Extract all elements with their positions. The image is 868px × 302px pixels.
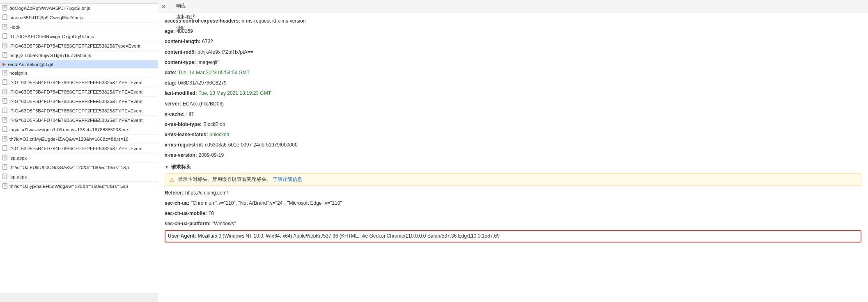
content-area: access-control-expose-headers:x-ms-reque… — [158, 13, 868, 302]
list-item[interactable]: nosignin — [0, 69, 158, 78]
list-item-text: nosignin — [9, 71, 27, 76]
file-icon — [2, 5, 7, 11]
list-item[interactable]: Hook — [0, 23, 158, 32]
svg-rect-7 — [3, 80, 7, 85]
list-item[interactable]: ▶redotAnimation@3.gif — [0, 60, 158, 69]
list-item[interactable]: I?IG=63D5F5B4FD784E76B6CFEFF2FEE53825&TY… — [0, 106, 158, 116]
request-headers-section: ▼请求标头 — [165, 164, 861, 171]
header-value: Mozilla/5.0 (Windows NT 10.0; Win64; x64… — [198, 232, 500, 240]
header-value: Tue, 14 Mar 2023 05:54:54 GMT — [178, 69, 250, 77]
header-name: x-ms-version: — [165, 151, 197, 159]
header-name: User-Agent: — [168, 232, 196, 240]
list-item-text: I?IG=63D5F5B4FD784E76B6CFEFF2FEE53825&TY… — [9, 118, 142, 123]
header-name: last-modified: — [165, 89, 197, 97]
list-item-text: th?id=OJ.FUlitUh0UNdvSA&w=120&h=160&c=8&… — [9, 165, 129, 170]
file-icon — [2, 155, 7, 161]
svg-rect-15 — [3, 155, 7, 160]
response-header-row: date:Tue, 14 Mar 2023 05:54:54 GMT — [165, 69, 861, 77]
tab-response[interactable]: 响应 — [171, 1, 201, 12]
warning-link[interactable]: 了解详细信息 — [273, 176, 302, 182]
warning-icon: ⚠ — [169, 176, 175, 183]
header-value: bthjkAIu9xil7ZofHx/ptA== — [197, 48, 253, 56]
list-item-text: I?IG=63D5F5B4FD784E76B6CFEFF2FEE53825&TY… — [9, 80, 142, 85]
svg-rect-14 — [3, 146, 7, 151]
file-icon — [2, 89, 7, 95]
response-header-row: x-ms-lease-status:unlocked — [165, 131, 861, 139]
list-item[interactable]: ddOogKZbRqfvWvAH5PJl-7xqxSl.br.js — [0, 4, 158, 13]
file-icon — [2, 183, 7, 190]
header-name: content-type: — [165, 59, 196, 66]
list-item[interactable]: ID-70CBAEOXh6Nwxga-CxgpUq4k.br.js — [0, 32, 158, 41]
file-icon — [2, 43, 7, 49]
list-item[interactable]: lsp.aspx — [0, 172, 158, 182]
header-value: HIT — [186, 110, 194, 118]
file-icon — [2, 14, 7, 21]
header-name: content-md5: — [165, 48, 196, 56]
request-header-row: sec-ch-ua:"Chromium";v="110", "Not A(Bra… — [165, 199, 861, 207]
svg-rect-2 — [3, 24, 7, 29]
list-item[interactable]: I?IG=63D5F5B4FD784E76B6CFEFF2FEE53825&TY… — [0, 87, 158, 97]
response-header-row: x-ms-version:2009-09-19 — [165, 151, 861, 159]
response-header-row: x-ms-request-id:c05308a6-601e-0097-24db-… — [165, 141, 861, 149]
list-item[interactable]: th?id=OJ.FUlitUh0UNdvSA&w=120&h=160&c=8&… — [0, 163, 158, 172]
list-item-text: uiannz55FdT0j3p9jGwegfl5alY.br.js — [9, 15, 83, 20]
svg-rect-6 — [3, 70, 7, 75]
list-item-text: ncqQ2ILb0aKf9ujwGTlg97BuZGM.br.js — [9, 53, 91, 58]
header-value: 2009-09-19 — [199, 151, 224, 159]
response-header-row: last-modified:Tue, 18 May 2021 18:19:23 … — [165, 89, 861, 97]
request-header-row: sec-ch-ua-platform:"Windows" — [165, 220, 861, 228]
response-header-row: content-md5:bthjkAIu9xil7ZofHx/ptA== — [165, 48, 861, 56]
list-item-text: I?IG=63D5F5B4FD784E76B6CFEFF2FEE53825&TY… — [9, 146, 142, 151]
response-header-row: content-type:image/gif — [165, 59, 861, 66]
header-value: 480159 — [177, 27, 193, 35]
gif-file-icon: ▶ — [2, 62, 6, 67]
list-item[interactable]: login.srf?wa=wsignin1.0&rpsnv=13&ct=1678… — [0, 125, 158, 135]
request-header-row: Referer:https://cn.bing.com/ — [165, 189, 861, 197]
file-icon — [2, 52, 7, 59]
header-value: ?0 — [209, 210, 214, 217]
header-name: server: — [165, 100, 181, 108]
list-item-text: th?id=OJ.ctIMyEUgdeHZwQ&w=120&h=160&c=8&… — [9, 137, 129, 142]
list-item[interactable]: uiannz55FdT0j3p9jGwegfl5alY.br.js — [0, 13, 158, 23]
list-item[interactable]: I?IG=63D5F5B4FD784E76B6CFEFF2FEE53825&TY… — [0, 97, 158, 106]
close-icon[interactable]: ✕ — [161, 4, 166, 9]
list-item-text: login.srf?wa=wsignin1.0&rpsnv=13&ct=1678… — [9, 127, 129, 132]
header-name: sec-ch-ua-mobile: — [165, 210, 207, 217]
warning-text: 显示临时标头。禁用缓存以查看完整标头。 了解详细信息 — [178, 176, 302, 183]
response-header-row: server:ECAcc (hkc/BD06) — [165, 100, 861, 108]
list-item[interactable]: I?IG=63D5F5B4FD784E76B6CFEFF2FEE53825&TY… — [0, 78, 158, 87]
file-icon — [2, 174, 7, 180]
header-name: content-length: — [165, 38, 200, 46]
left-panel: ddOogKZbRqfvWvAH5PJl-7xqxSl.br.jsuiannz5… — [0, 0, 158, 302]
header-name: age: — [165, 27, 175, 35]
list-item[interactable]: th?id=OJ.ctIMyEUgdeHZwQ&w=120&h=160&c=8&… — [0, 135, 158, 144]
list-item-text: ddOogKZbRqfvWvAH5PJl-7xqxSl.br.js — [9, 6, 90, 11]
list-item[interactable]: th?id=OJ.yjEhaiEH5oWlqg&w=120&h=160&c=8&… — [0, 182, 158, 191]
file-icon — [2, 79, 7, 86]
svg-rect-11 — [3, 117, 7, 122]
list-item[interactable]: lsp.aspx — [0, 153, 158, 163]
list-item-text: I?IG=63D5F5B4FD784E76B6CFEFF2FEE53825&Ty… — [9, 43, 140, 48]
list-item[interactable]: ncqQ2ILb0aKf9ujwGTlg97BuZGM.br.js — [0, 51, 158, 60]
svg-rect-13 — [3, 136, 7, 141]
svg-rect-16 — [3, 165, 7, 169]
file-icon — [2, 164, 7, 171]
response-header-row: content-length:6732 — [165, 38, 861, 46]
list-item[interactable]: I?IG=63D5F5B4FD784E76B6CFEFF2FEE53825&TY… — [0, 116, 158, 125]
response-header-row: x-ms-blob-type:BlockBlob — [165, 121, 861, 128]
list-item-text: ID-70CBAEOXh6Nwxga-CxgpUq4k.br.js — [9, 34, 94, 39]
collapse-arrow[interactable]: ▼ — [165, 165, 169, 169]
file-icon — [2, 70, 7, 76]
file-icon — [2, 145, 7, 152]
list-item-text: I?IG=63D5F5B4FD784E76B6CFEFF2FEE53825&TY… — [9, 99, 142, 104]
header-value: image/gif — [197, 59, 218, 66]
svg-rect-9 — [3, 98, 7, 103]
list-item[interactable]: I?IG=63D5F5B4FD784E76B6CFEFF2FEE53825&Ty… — [0, 41, 158, 51]
header-value: BlockBlob — [203, 121, 225, 128]
list-item-text: lsp.aspx — [9, 156, 27, 160]
svg-rect-17 — [3, 174, 7, 179]
svg-rect-5 — [3, 53, 7, 57]
file-icon — [2, 24, 7, 30]
list-item[interactable]: I?IG=63D5F5B4FD784E76B6CFEFF2FEE53825&TY… — [0, 144, 158, 153]
header-value: "Chromium";v="110", "Not A(Brand";v="24"… — [191, 199, 342, 207]
